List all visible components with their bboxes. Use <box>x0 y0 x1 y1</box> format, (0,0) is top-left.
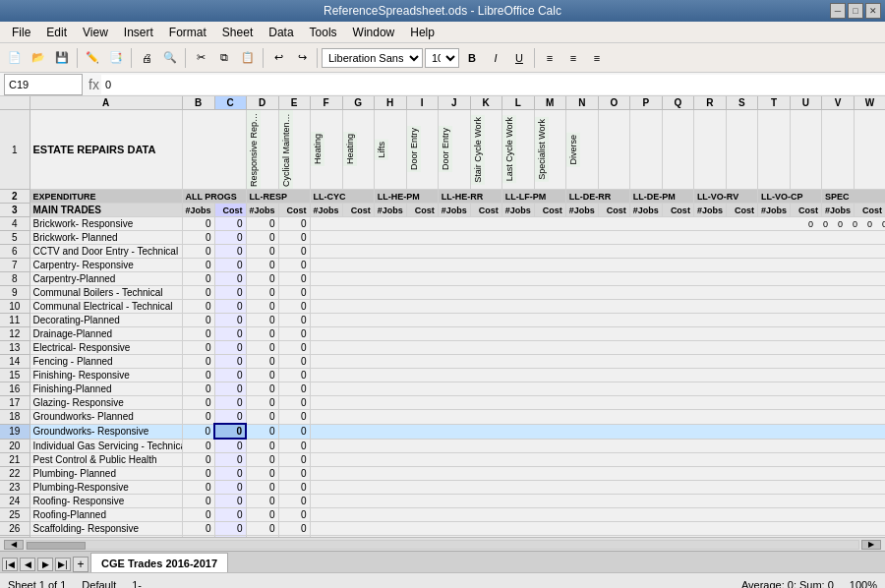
window-controls: ─ □ ✕ <box>830 3 881 19</box>
col-header-u[interactable]: U <box>790 96 821 110</box>
menu-format[interactable]: Format <box>161 24 214 41</box>
tab-next-btn[interactable]: ▶ <box>37 558 53 571</box>
cell-a1[interactable]: ESTATE REPAIRS DATA <box>30 110 182 190</box>
menu-window[interactable]: Window <box>345 24 403 41</box>
add-sheet-btn[interactable]: + <box>73 557 88 572</box>
row-4: 4Brickwork- Responsive00000 0 0 0 0 0 0 … <box>0 217 885 231</box>
cell-j1: Door Entry <box>438 110 470 190</box>
col-header-n[interactable]: N <box>565 96 598 110</box>
page-number: 1- <box>132 579 142 589</box>
col-header-d[interactable]: D <box>246 96 278 110</box>
row-9: 9Communal Boilers - Technical0000 <box>0 286 885 300</box>
cell-m3: Cost <box>534 204 565 217</box>
italic-btn[interactable]: I <box>485 47 506 69</box>
print-btn[interactable]: 🖨 <box>136 47 157 69</box>
copy-btn[interactable]: ⧉ <box>213 47 235 69</box>
print-preview-btn[interactable]: 🔍 <box>159 47 181 69</box>
col-header-p[interactable]: P <box>629 96 662 110</box>
row-14: 14Fencing - Planned0000 <box>0 355 885 369</box>
underline-btn[interactable]: U <box>508 47 530 69</box>
cell-q3: Cost <box>662 204 693 217</box>
window-title: ReferenceSpreadsheet.ods - LibreOffice C… <box>324 4 561 18</box>
sheet-info: Sheet 1 of 1 <box>8 579 66 589</box>
cell-o3: Cost <box>598 204 629 217</box>
row-12: 12Drainage-Planned0000 <box>0 327 885 341</box>
sheet-tab-label: CGE Trades 2016-2017 <box>101 558 217 569</box>
edit-file-btn[interactable]: ✏️ <box>82 47 103 69</box>
col-header-f[interactable]: F <box>310 96 342 110</box>
menu-file[interactable]: File <box>4 24 38 41</box>
menu-data[interactable]: Data <box>261 24 301 41</box>
menu-view[interactable]: View <box>75 24 116 41</box>
cell-s1 <box>726 110 757 190</box>
toolbar-sep-5 <box>317 48 318 68</box>
cell-v3: #Jobs <box>821 204 854 217</box>
col-header-c[interactable]: C <box>214 96 246 110</box>
paste-btn[interactable]: 📋 <box>237 47 259 69</box>
save-btn[interactable]: 💾 <box>51 47 73 69</box>
tab-last-btn[interactable]: ▶| <box>55 558 71 571</box>
cell-p3: #Jobs <box>629 204 662 217</box>
scroll-thumb[interactable] <box>27 542 86 550</box>
col-header-k[interactable]: K <box>470 96 502 110</box>
font-name-combo[interactable]: Liberation Sans <box>322 48 423 68</box>
bold-btn[interactable]: B <box>461 47 483 69</box>
col-header-v[interactable]: V <box>821 96 854 110</box>
grid-container[interactable]: A B C D E F G H I J K L M N O <box>0 96 885 537</box>
horizontal-scrollbar[interactable]: ◀ ▶ <box>0 537 885 551</box>
new-btn[interactable]: 📄 <box>4 47 26 69</box>
col-header-t[interactable]: T <box>757 96 790 110</box>
cell-c19[interactable]: 0 <box>214 424 246 439</box>
align-right-btn[interactable]: ≡ <box>586 47 608 69</box>
menu-tools[interactable]: Tools <box>302 24 345 41</box>
col-header-a[interactable]: A <box>30 96 182 110</box>
font-size-combo[interactable]: 10 <box>425 48 459 68</box>
col-header-i[interactable]: I <box>406 96 438 110</box>
scroll-track[interactable] <box>26 540 859 550</box>
formula-input[interactable]: 0 <box>101 75 885 94</box>
cell-s3: Cost <box>726 204 757 217</box>
cell-a2: EXPENDITURE <box>30 190 182 204</box>
cell-r3: #Jobs <box>693 204 726 217</box>
col-header-m[interactable]: M <box>534 96 565 110</box>
close-btn[interactable]: ✕ <box>865 3 881 19</box>
col-header-h[interactable]: H <box>374 96 406 110</box>
col-header-b[interactable]: B <box>182 96 214 110</box>
scroll-right-btn[interactable]: ▶ <box>861 540 881 550</box>
cell-c3: Cost <box>214 204 246 217</box>
col-header-j[interactable]: J <box>438 96 470 110</box>
cell-b19[interactable]: 0 <box>182 424 214 439</box>
minimize-btn[interactable]: ─ <box>830 3 846 19</box>
title-bar: ReferenceSpreadsheet.ods - LibreOffice C… <box>0 0 885 22</box>
col-header-l[interactable]: L <box>502 96 534 110</box>
align-center-btn[interactable]: ≡ <box>562 47 584 69</box>
col-header-g[interactable]: G <box>342 96 374 110</box>
tab-prev-btn[interactable]: ◀ <box>20 558 35 571</box>
open-btn[interactable]: 📂 <box>28 47 49 69</box>
menu-help[interactable]: Help <box>402 24 442 41</box>
name-box[interactable]: C19 <box>4 74 83 95</box>
redo-btn[interactable]: ↪ <box>291 47 313 69</box>
row-27: 27Stair Lifts - Technical0000 <box>0 536 885 538</box>
export-pdf-btn[interactable]: 📑 <box>105 47 127 69</box>
col-header-w[interactable]: W <box>854 96 885 110</box>
menu-sheet[interactable]: Sheet <box>214 24 261 41</box>
cell-a19[interactable]: Groundworks- Responsive <box>30 424 182 439</box>
menu-edit[interactable]: Edit <box>38 24 75 41</box>
menu-insert[interactable]: Insert <box>116 24 161 41</box>
col-header-e[interactable]: E <box>278 96 310 110</box>
align-left-btn[interactable]: ≡ <box>539 47 560 69</box>
cell-bc1[interactable] <box>182 110 246 190</box>
col-header-o[interactable]: O <box>598 96 629 110</box>
col-header-r[interactable]: R <box>693 96 726 110</box>
col-header-s[interactable]: S <box>726 96 757 110</box>
scroll-left-btn[interactable]: ◀ <box>4 540 24 550</box>
col-header-q[interactable]: Q <box>662 96 693 110</box>
maximize-btn[interactable]: □ <box>848 3 863 19</box>
spreadsheet-table: A B C D E F G H I J K L M N O <box>0 96 885 537</box>
undo-btn[interactable]: ↩ <box>267 47 289 69</box>
tab-first-btn[interactable]: |◀ <box>2 558 18 571</box>
cell-t1 <box>757 110 790 190</box>
sheet-tab-cge[interactable]: CGE Trades 2016-2017 <box>90 553 228 572</box>
cut-btn[interactable]: ✂ <box>190 47 211 69</box>
